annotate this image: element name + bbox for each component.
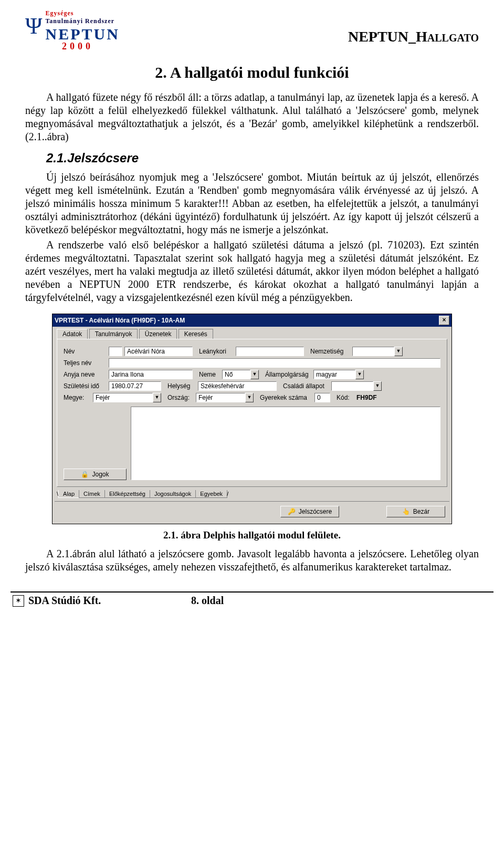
- chevron-down-icon[interactable]: ▼: [250, 370, 259, 379]
- paragraph-3: A rendszerbe való első belépéskor a hall…: [25, 238, 479, 304]
- combo-neme[interactable]: Nő▼: [222, 370, 259, 379]
- label-csaladi: Családi állapot: [283, 382, 331, 390]
- label-leanykori: Leánykori: [199, 348, 236, 355]
- logo-word: NEPTUN: [45, 25, 119, 43]
- field-anyja[interactable]: Jarina Ilona: [109, 370, 193, 379]
- doc-footer: ✶ SDA Stúdió Kft. 8. oldal: [10, 591, 494, 619]
- close-icon[interactable]: ×: [439, 316, 449, 325]
- lock-icon: 🔒: [81, 471, 89, 478]
- combo-orszag[interactable]: Fejér▼: [196, 393, 254, 402]
- paragraph-1: A hallgató füzete négy fő részből áll: a…: [25, 91, 479, 143]
- paragraph-2: Új jelszó beírásához nyomjuk meg a 'Jels…: [25, 171, 479, 236]
- footer-logo-icon: ✶: [13, 595, 24, 607]
- value-kod: FH9DF: [356, 394, 377, 401]
- doc-title: NEPTUN_Hallgato: [151, 9, 479, 45]
- top-tabs: Adatok Tanulmányok Üzenetek Keresés: [52, 327, 452, 339]
- btab-elokepzettseg[interactable]: Előképzettség: [104, 490, 150, 498]
- chevron-down-icon[interactable]: ▼: [373, 381, 382, 391]
- label-gyerek: Gyerekek száma: [260, 394, 314, 401]
- subheading-2-1: 2.1.Jelszócsere: [46, 151, 479, 165]
- chevron-down-icon[interactable]: ▼: [394, 347, 403, 356]
- bezar-button[interactable]: 👆 Bezár: [386, 506, 445, 517]
- field-gyerek[interactable]: 0: [314, 393, 330, 402]
- label-kod: Kód:: [337, 394, 356, 401]
- hand-icon: 👆: [402, 508, 410, 515]
- combo-allampolg[interactable]: magyar▼: [313, 370, 364, 379]
- tab-adatok[interactable]: Adatok: [57, 329, 88, 339]
- jelszocsere-button[interactable]: 🔑 Jelszócsere: [280, 506, 339, 517]
- field-nev-prefix[interactable]: [109, 347, 122, 356]
- titlebar: VPRTEST - Acélvári Nóra (FH9DF) - 10A-AM…: [52, 314, 452, 327]
- field-teljesnev[interactable]: [109, 358, 440, 368]
- label-nev: Név: [64, 348, 109, 355]
- dialog-footer: 🔑 Jelszócsere 👆 Bezár: [55, 501, 449, 522]
- figure-caption: 2.1. ábra Delphis hallgatói modul felüle…: [25, 529, 479, 541]
- combo-csaladi[interactable]: ▼: [331, 381, 382, 391]
- list-area[interactable]: [131, 407, 440, 480]
- key-icon: 🔑: [288, 508, 296, 515]
- field-helyseg[interactable]: Székesfehérvár: [198, 381, 277, 391]
- field-szulido[interactable]: 1980.07.27: [109, 381, 161, 391]
- titlebar-text: VPRTEST - Acélvári Nóra (FH9DF) - 10A-AM: [55, 317, 439, 324]
- dialog-window: VPRTEST - Acélvári Nóra (FH9DF) - 10A-AM…: [52, 314, 452, 524]
- btab-alap[interactable]: Alap: [58, 490, 79, 498]
- chevron-down-icon[interactable]: ▼: [355, 370, 364, 379]
- label-megye: Megye:: [64, 394, 93, 401]
- footer-company: SDA Stúdió Kft.: [28, 595, 191, 607]
- label-allampolg: Állampolgárság: [265, 371, 313, 378]
- logo-top2: Tanulmányi Rendszer: [45, 17, 119, 25]
- label-szulido: Születési idő: [64, 382, 109, 390]
- tab-kereses[interactable]: Keresés: [178, 329, 213, 339]
- logo-top1: Egységes: [45, 9, 119, 17]
- label-nemzetiseg: Nemzetiség: [310, 348, 352, 355]
- jogok-button[interactable]: 🔒 Jogok: [64, 469, 127, 480]
- label-orszag: Ország:: [167, 394, 196, 401]
- combo-nemzetiseg[interactable]: ▼: [352, 347, 403, 356]
- field-leanykori[interactable]: [236, 347, 304, 356]
- bottom-tabs: \AlapCímekElőképzettségJogosultságokEgye…: [57, 490, 447, 498]
- form-panel: Név Acélvári Nóra Leánykori Nemzetiség ▼…: [57, 339, 447, 487]
- tab-uzenetek[interactable]: Üzenetek: [139, 329, 177, 339]
- btab-egyebek[interactable]: Egyebek: [195, 490, 227, 498]
- label-helyseg: Helység: [167, 382, 198, 390]
- btab-jogosultsagok[interactable]: Jogosultságok: [150, 490, 196, 498]
- chevron-down-icon[interactable]: ▼: [245, 393, 254, 402]
- label-neme: Neme: [199, 371, 222, 378]
- logo-block: Ψ Egységes Tanulmányi Rendszer NEPTUN 20…: [25, 9, 151, 52]
- btab-cimek[interactable]: Címek: [79, 490, 105, 498]
- footer-page: 8. oldal: [191, 595, 224, 607]
- label-anyja: Anyja neve: [64, 371, 109, 378]
- paragraph-4: A 2.1.ábrán alul látható a jelszócsere g…: [25, 547, 479, 574]
- field-nev[interactable]: Acélvári Nóra: [124, 347, 193, 356]
- label-teljesnev: Teljes név: [64, 359, 109, 367]
- combo-megye[interactable]: Fejér▼: [93, 393, 161, 402]
- doc-header: Ψ Egységes Tanulmányi Rendszer NEPTUN 20…: [25, 9, 479, 52]
- section-heading: 2. A hallgatói modul funkciói: [25, 64, 479, 81]
- tab-tanulmanyok[interactable]: Tanulmányok: [89, 329, 138, 339]
- chevron-down-icon[interactable]: ▼: [153, 393, 161, 402]
- trident-icon: Ψ: [25, 17, 42, 36]
